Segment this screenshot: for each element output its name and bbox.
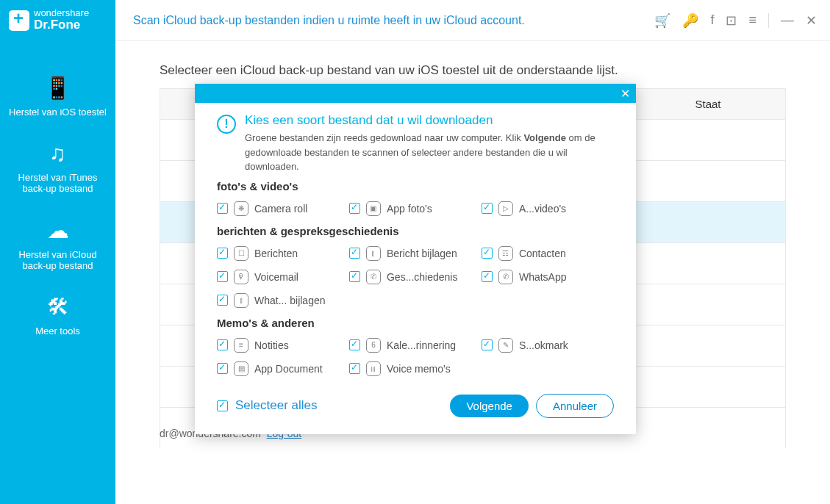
- file-icon: ✆: [498, 270, 513, 284]
- item-label: S...okmark: [519, 339, 568, 351]
- info-icon: !: [217, 115, 236, 134]
- checkbox-icon[interactable]: [349, 203, 360, 214]
- menu-icon[interactable]: ≡: [748, 12, 756, 28]
- checkbox-icon[interactable]: [217, 271, 228, 282]
- item-grid: ❋Camera roll▣App foto's▷A...video's: [217, 197, 614, 220]
- checkbox-icon[interactable]: [217, 339, 228, 350]
- sidebar-item-ios[interactable]: 📱 Herstel van iOS toestel: [0, 63, 115, 129]
- modal-title: Kies een soort bestand dat u wil downloa…: [245, 113, 605, 128]
- section: berichten & gespreksgeschiedenis☐Bericht…: [217, 225, 614, 312]
- sidebar-item-tools[interactable]: 🛠 Meer tools: [0, 283, 115, 348]
- sidebar-label: Herstel van iOS toestel: [9, 107, 107, 118]
- file-type-item[interactable]: ⫿Bericht bijlagen: [349, 242, 482, 265]
- file-type-item[interactable]: ❋Camera roll: [217, 197, 349, 220]
- cancel-button[interactable]: Annuleer: [536, 394, 614, 418]
- modal-footer: Selecteer alles Volgende Annuleer: [195, 381, 636, 434]
- file-icon: 🎙: [234, 270, 248, 284]
- facebook-icon[interactable]: f: [710, 12, 714, 28]
- checkbox-icon[interactable]: [217, 400, 228, 411]
- file-type-item[interactable]: ✎S...okmark: [482, 334, 614, 357]
- file-icon: ⫿: [366, 246, 381, 261]
- file-type-item[interactable]: ⫿What... bijlagen: [217, 289, 349, 312]
- item-label: A...video's: [519, 203, 566, 215]
- item-grid: ☐Berichten⫿Bericht bijlagen☶Contacten🎙Vo…: [217, 242, 614, 312]
- logo: wondershare Dr.Fone: [0, 0, 115, 41]
- file-icon: ✆: [366, 270, 381, 284]
- checkbox-icon[interactable]: [217, 363, 228, 374]
- checkbox-icon[interactable]: [349, 271, 360, 282]
- checkbox-icon[interactable]: [482, 248, 493, 259]
- file-type-item[interactable]: ▷A...video's: [482, 197, 614, 220]
- next-button[interactable]: Volgende: [450, 395, 529, 417]
- item-label: Camera roll: [254, 203, 307, 215]
- file-type-item[interactable]: ✆WhatsApp: [482, 265, 614, 289]
- cart-icon[interactable]: 🛒: [654, 12, 670, 29]
- close-icon[interactable]: ✕: [806, 12, 817, 29]
- sidebar-item-icloud[interactable]: ☁ Herstel van iCloud back-up bestand: [0, 206, 115, 283]
- checkbox-icon[interactable]: [349, 339, 360, 350]
- file-type-item[interactable]: ☐Berichten: [217, 242, 349, 265]
- select-all[interactable]: Selecteer alles: [217, 398, 318, 413]
- sidebar: 📱 Herstel van iOS toestel ♫ Herstel van …: [0, 41, 115, 504]
- file-type-item[interactable]: ⫼Voice memo's: [349, 357, 482, 381]
- file-icon: ▣: [366, 201, 381, 216]
- item-label: Notities: [254, 339, 289, 351]
- modal-titlebar: ✕: [195, 84, 636, 103]
- file-type-item[interactable]: 🎙Voicemail: [217, 265, 349, 289]
- modal: ✕ ! Kies een soort bestand dat u wil dow…: [195, 84, 636, 434]
- section: foto's & video's❋Camera roll▣App foto's▷…: [217, 180, 614, 220]
- separator: [768, 13, 769, 28]
- page-heading: Selecteer een iCloud back-up bestand van…: [160, 63, 786, 78]
- checkbox-icon[interactable]: [482, 203, 493, 214]
- checkbox-icon[interactable]: [217, 203, 228, 214]
- sidebar-label: Herstel van iCloud back-up bestand: [6, 249, 110, 271]
- file-type-item[interactable]: ▣App foto's: [349, 197, 482, 220]
- sidebar-label: Herstel van iTunes back-up bestand: [6, 172, 110, 194]
- item-label: Voicemail: [254, 271, 298, 283]
- item-grid: ≡Notities6Kale...rinnering✎S...okmark▤Ap…: [217, 334, 614, 381]
- key-icon[interactable]: 🔑: [682, 12, 698, 29]
- file-type-item[interactable]: ▤App Document: [217, 357, 349, 381]
- brand-line2: Dr.Fone: [34, 18, 80, 32]
- file-icon: ❋: [234, 201, 248, 216]
- checkbox-icon[interactable]: [217, 295, 228, 306]
- file-icon: ⫼: [366, 361, 381, 376]
- checkbox-icon[interactable]: [349, 248, 360, 259]
- modal-header: ! Kies een soort bestand dat u wil downl…: [217, 113, 614, 174]
- modal-close-icon[interactable]: ✕: [620, 87, 630, 101]
- file-icon: ☶: [498, 246, 513, 261]
- item-label: App Document: [254, 363, 323, 375]
- modal-body: ! Kies een soort bestand dat u wil downl…: [195, 103, 636, 381]
- checkbox-icon[interactable]: [482, 339, 493, 350]
- file-type-item[interactable]: ✆Ges...chiedenis: [349, 265, 482, 289]
- music-icon: ♫: [49, 141, 66, 166]
- section: Memo's & anderen≡Notities6Kale...rinneri…: [217, 317, 614, 381]
- file-icon: ▷: [498, 201, 513, 216]
- file-type-item[interactable]: ≡Notities: [217, 334, 349, 357]
- cloud-icon: ☁: [47, 217, 69, 243]
- file-icon: ≡: [234, 338, 248, 353]
- file-icon: ✎: [498, 338, 513, 353]
- item-label: App foto's: [387, 203, 432, 215]
- checkbox-icon[interactable]: [349, 363, 360, 374]
- select-all-label: Selecteer alles: [235, 398, 318, 413]
- tools-icon: 🛠: [47, 295, 69, 320]
- section-title: berichten & gespreksgeschiedenis: [217, 225, 614, 237]
- phone-icon: 📱: [44, 75, 71, 101]
- item-label: WhatsApp: [519, 271, 567, 283]
- feedback-icon[interactable]: ⊡: [726, 12, 737, 29]
- sidebar-item-itunes[interactable]: ♫ Herstel van iTunes back-up bestand: [0, 129, 115, 206]
- checkbox-icon[interactable]: [217, 248, 228, 259]
- file-type-item[interactable]: 6Kale...rinnering: [349, 334, 482, 357]
- file-icon: 6: [366, 338, 381, 353]
- item-label: What... bijlagen: [254, 295, 326, 306]
- minimize-icon[interactable]: —: [781, 12, 794, 28]
- sidebar-label: Meer tools: [35, 325, 80, 336]
- item-label: Kale...rinnering: [387, 339, 456, 351]
- checkbox-icon[interactable]: [482, 271, 493, 282]
- tagline: Scan iCloud back-up bestanden indien u r…: [115, 14, 654, 27]
- file-type-item[interactable]: ☶Contacten: [482, 242, 614, 265]
- col-state: Staat: [631, 98, 785, 110]
- file-icon: ⫿: [234, 293, 248, 308]
- item-label: Berichten: [254, 248, 298, 259]
